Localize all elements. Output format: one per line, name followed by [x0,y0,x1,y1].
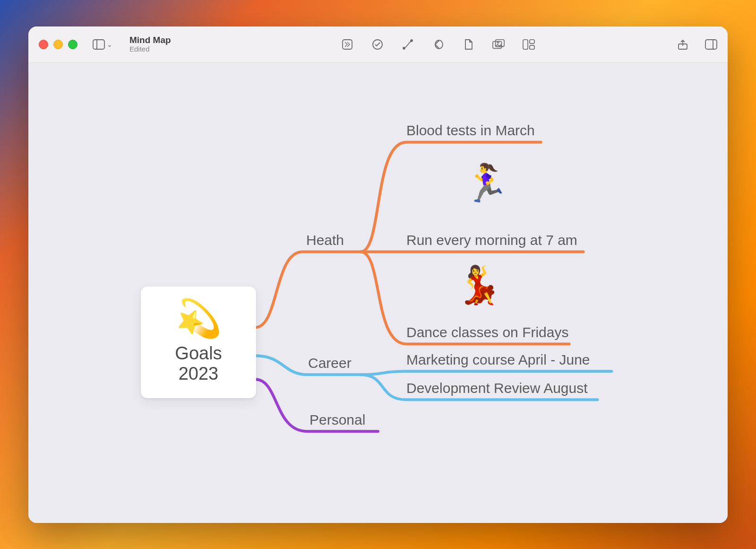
note-icon[interactable] [462,38,474,51]
close-button[interactable] [39,40,48,49]
svg-point-5 [411,40,412,42]
connection-lines [28,63,728,523]
leaf-node[interactable]: Development Review August [406,380,588,396]
zoom-button[interactable] [68,40,77,49]
svg-rect-12 [530,45,534,49]
branch-node[interactable]: Personal [309,412,365,428]
leaf-node[interactable]: Blood tests in March [406,122,535,139]
leaf-node[interactable]: Marketing course April - June [406,352,590,368]
back-icon[interactable] [432,38,444,51]
branch-node[interactable]: Career [308,355,352,371]
share-icon[interactable] [677,38,689,51]
sidebar-toggle[interactable]: ⌄ [93,39,112,50]
template-icon[interactable] [523,38,535,51]
leaf-node[interactable]: Dance classes on Fridays [406,324,568,340]
media-icon[interactable] [492,38,505,51]
star-icon: 💫 [157,300,240,337]
toolbar-right [677,38,717,51]
root-node[interactable]: 💫 Goals 2023 [141,287,256,398]
document-title: Mind Map Edited [129,35,171,53]
checkmark-icon[interactable] [371,38,384,51]
minimize-button[interactable] [53,40,63,49]
inspector-icon[interactable] [705,38,717,51]
svg-rect-11 [530,39,534,43]
runner-icon: 🏃‍♀️ [463,165,509,201]
toolbar [313,38,535,51]
leaf-node[interactable]: Run every morning at 7 am [406,232,577,248]
dancer-icon: 💃 [456,266,502,303]
svg-rect-10 [523,39,528,49]
svg-rect-14 [705,40,717,49]
layout-icon[interactable] [341,38,353,51]
mindmap-canvas[interactable]: 💫 Goals 2023 Heath Career Personal Blood… [28,63,728,523]
svg-rect-0 [93,40,104,49]
window-controls [39,40,77,49]
subtitle-text: Edited [129,45,171,53]
connector-icon[interactable] [402,38,414,51]
title-text: Mind Map [129,35,171,45]
svg-point-9 [497,41,499,43]
app-window: ⌄ Mind Map Edited [28,26,728,523]
chevron-down-icon: ⌄ [107,41,112,48]
svg-point-4 [403,47,405,49]
titlebar: ⌄ Mind Map Edited [28,26,728,63]
branch-node[interactable]: Heath [306,232,344,248]
root-label: Goals 2023 [157,343,240,384]
